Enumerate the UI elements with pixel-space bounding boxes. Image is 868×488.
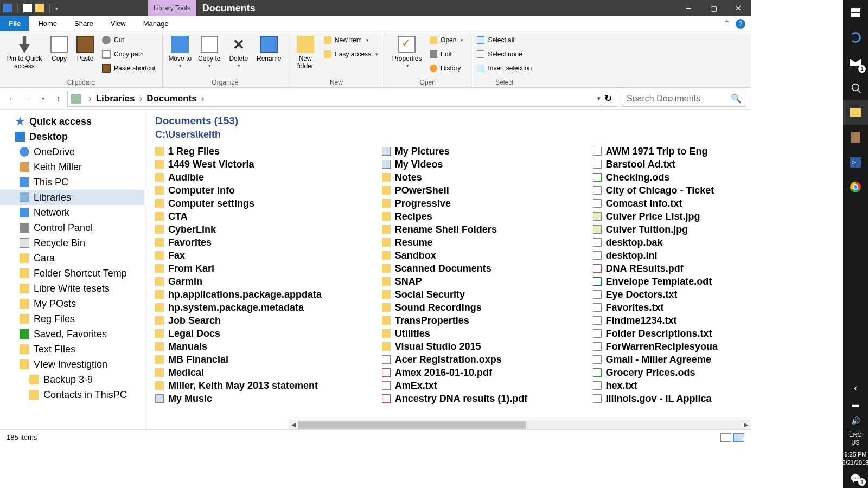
- navtree-item[interactable]: Backup 3-9: [0, 372, 144, 387]
- navtree-item[interactable]: Control Panel: [0, 220, 144, 235]
- invertselection-button[interactable]: Invert selection: [475, 62, 534, 75]
- qat-properties-icon[interactable]: [23, 4, 32, 12]
- file-item[interactable]: Acer Registration.oxps: [382, 353, 593, 366]
- file-item[interactable]: 1449 West Victoria: [155, 158, 382, 171]
- details-view-button[interactable]: [720, 433, 731, 442]
- pasteshortcut-button[interactable]: Paste shortcut: [100, 62, 158, 75]
- file-item[interactable]: Sound Recordings: [382, 301, 593, 314]
- file-item[interactable]: Utilities: [382, 327, 593, 340]
- notepad-icon[interactable]: [843, 125, 868, 150]
- file-item[interactable]: hex.txt: [593, 379, 751, 392]
- file-item[interactable]: Computer settings: [155, 197, 382, 210]
- file-item[interactable]: hp.applications.package.appdata: [155, 288, 382, 301]
- file-item[interactable]: CyberLink: [155, 223, 382, 236]
- file-item[interactable]: Manuals: [155, 340, 382, 353]
- file-item[interactable]: Recipes: [382, 210, 593, 223]
- navtree-item[interactable]: Libre Write tesets: [0, 281, 144, 296]
- file-item[interactable]: Comcast Info.txt: [593, 197, 751, 210]
- tab-share[interactable]: Share: [66, 16, 102, 31]
- navtree-item[interactable]: Cara: [0, 251, 144, 266]
- navtree-item[interactable]: Libraries: [0, 190, 144, 205]
- navtree-item[interactable]: Keith Miller: [0, 159, 144, 175]
- file-item[interactable]: Favorites: [155, 236, 382, 249]
- up-button[interactable]: ↑: [52, 93, 64, 105]
- language-indicator[interactable]: ENGUS: [849, 429, 862, 449]
- close-button[interactable]: ✕: [726, 0, 751, 16]
- file-item[interactable]: Gmail - Miller Agreeme: [593, 353, 751, 366]
- file-item[interactable]: MB Financial: [155, 353, 382, 366]
- navtree-item[interactable]: My POsts: [0, 296, 144, 311]
- maximize-button[interactable]: ▢: [701, 0, 726, 16]
- file-item[interactable]: CTA: [155, 210, 382, 223]
- navigation-tree[interactable]: Quick accessDesktopOneDriveKeith MillerT…: [0, 110, 144, 429]
- file-item[interactable]: City of Chicago - Ticket: [593, 184, 751, 197]
- back-button[interactable]: ←: [7, 93, 18, 105]
- file-item[interactable]: AmEx.txt: [382, 379, 593, 392]
- cut-button[interactable]: Cut: [100, 34, 158, 47]
- file-item[interactable]: 1 Reg Files: [155, 145, 382, 158]
- navtree-item[interactable]: Desktop: [0, 129, 144, 144]
- file-item[interactable]: TransProperties: [382, 314, 593, 327]
- navtree-item[interactable]: Text FIles: [0, 342, 144, 357]
- help-icon[interactable]: ?: [736, 19, 745, 29]
- copypath-button[interactable]: Copy path: [100, 48, 158, 61]
- rename-button[interactable]: Rename: [255, 34, 283, 63]
- file-item[interactable]: Job Search: [155, 314, 382, 327]
- crumb-libraries[interactable]: Libraries: [96, 93, 135, 104]
- properties-button[interactable]: Properties▾: [390, 34, 424, 68]
- powershell-icon[interactable]: >_: [843, 150, 868, 175]
- collapse-ribbon-icon[interactable]: ⌃: [723, 18, 730, 29]
- navtree-item[interactable]: Recycle Bin: [0, 235, 144, 251]
- open-button[interactable]: Open▾: [427, 34, 465, 47]
- file-item[interactable]: Scanned Documents: [382, 262, 593, 275]
- file-item[interactable]: Barstool Ad.txt: [593, 158, 751, 171]
- file-item[interactable]: Favorites.txt: [593, 301, 751, 314]
- file-item[interactable]: From Karl: [155, 262, 382, 275]
- file-item[interactable]: My Pictures: [382, 145, 593, 158]
- tab-file[interactable]: File: [0, 16, 29, 31]
- file-item[interactable]: Miller, Keith May 2013 statement: [155, 379, 382, 392]
- file-item[interactable]: Amex 2016-01-10.pdf: [382, 366, 593, 379]
- file-item[interactable]: DNA REsults.pdf: [593, 262, 751, 275]
- navtree-item[interactable]: VIew Investigtion: [0, 357, 144, 372]
- history-button[interactable]: History: [427, 62, 465, 75]
- file-item[interactable]: Legal Docs: [155, 327, 382, 340]
- navtree-item[interactable]: Reg Files: [0, 311, 144, 326]
- navtree-item[interactable]: Contacts in ThisPC: [0, 387, 144, 402]
- scroll-left-icon[interactable]: ◀: [289, 421, 298, 428]
- file-item[interactable]: My Videos: [382, 158, 593, 171]
- edge-icon[interactable]: [843, 25, 868, 50]
- edit-button[interactable]: Edit: [427, 48, 465, 61]
- file-item[interactable]: desktop.ini: [593, 249, 751, 262]
- tab-view[interactable]: View: [102, 16, 135, 31]
- file-item[interactable]: Social Security: [382, 288, 593, 301]
- file-item[interactable]: Culver Price List.jpg: [593, 210, 751, 223]
- breadcrumb[interactable]: › Libraries › Documents › ▾ ↻: [67, 91, 618, 107]
- tray-expand-icon[interactable]: ‹: [843, 380, 868, 396]
- refresh-button[interactable]: ↻: [601, 92, 615, 106]
- paste-button[interactable]: Paste: [74, 34, 97, 63]
- crumb-documents[interactable]: Documents: [146, 93, 197, 104]
- file-item[interactable]: Garmin: [155, 275, 382, 288]
- battery-icon[interactable]: ▬: [843, 396, 868, 413]
- navtree-item[interactable]: OneDrive: [0, 144, 144, 159]
- action-center-icon[interactable]: 💬1: [843, 468, 868, 488]
- horizontal-scrollbar[interactable]: ◀ ▶: [289, 420, 751, 429]
- clock[interactable]: 9:25 PM9/21/2018: [843, 448, 868, 468]
- selectnone-button[interactable]: Select none: [475, 48, 534, 61]
- file-item[interactable]: Rename Shell Folders: [382, 223, 593, 236]
- delete-button[interactable]: ✕Delete▾: [226, 34, 252, 68]
- navtree-item[interactable]: Saved, Favorites: [0, 326, 144, 342]
- minimize-button[interactable]: ─: [676, 0, 701, 16]
- file-item[interactable]: POwerShell: [382, 184, 593, 197]
- chrome-icon[interactable]: [843, 175, 868, 200]
- file-item[interactable]: Folder Descriptions.txt: [593, 327, 751, 340]
- mail-icon[interactable]: 1: [843, 50, 868, 75]
- selectall-button[interactable]: Select all: [475, 34, 534, 47]
- navtree-item[interactable]: Quick access: [0, 114, 144, 129]
- qat-newfolder-icon[interactable]: [35, 4, 44, 12]
- file-item[interactable]: Fax: [155, 249, 382, 262]
- navtree-item[interactable]: This PC: [0, 175, 144, 190]
- tab-home[interactable]: Home: [29, 16, 66, 31]
- file-item[interactable]: Illinois.gov - IL Applica: [593, 392, 751, 405]
